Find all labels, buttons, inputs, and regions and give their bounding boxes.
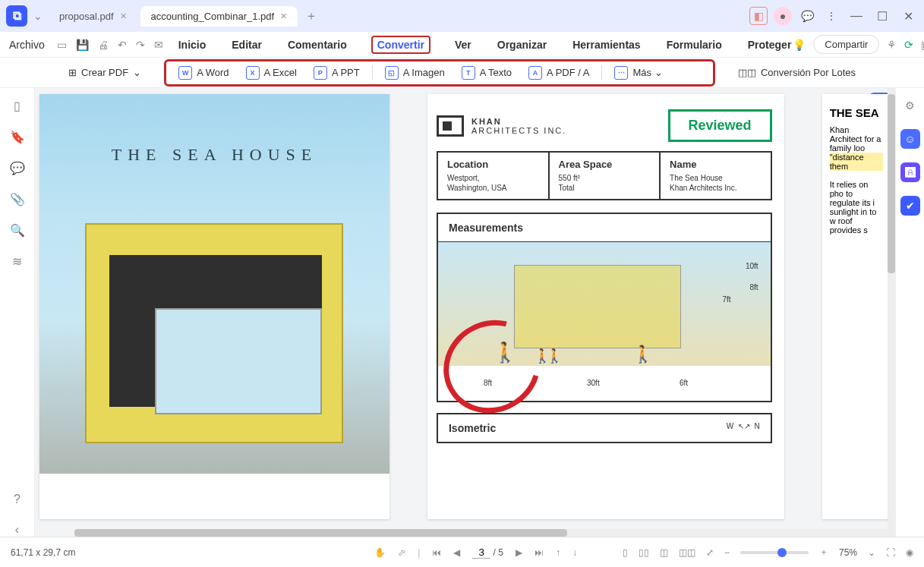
view-cont-icon[interactable]: ▯▯: [639, 547, 649, 558]
tabs-dropdown-icon[interactable]: ⌄: [33, 10, 43, 22]
page3-text1: Khan Architect for a family loo: [830, 125, 883, 153]
view-facing-icon[interactable]: ◫: [660, 547, 668, 558]
view-up-icon[interactable]: ↑: [556, 547, 560, 558]
page-input[interactable]: [472, 547, 490, 559]
fullscreen-icon[interactable]: ⛶: [886, 547, 895, 558]
tab-accounting[interactable]: accounting_Combinar_1.pdf ✕: [140, 6, 298, 27]
menu-comentario[interactable]: Comentario: [286, 36, 348, 54]
tab-proposal[interactable]: proposal.pdf ✕: [49, 6, 137, 27]
create-pdf-button[interactable]: ⊞ Crear PDF ⌄: [68, 67, 141, 78]
mail-icon[interactable]: ✉: [154, 39, 163, 51]
menu-organizar[interactable]: Organizar: [496, 36, 548, 54]
menu-inicio[interactable]: Inicio: [177, 36, 208, 54]
ai-assistant-icon[interactable]: ☺: [900, 129, 920, 149]
menu-ver[interactable]: Ver: [453, 36, 473, 54]
info-table: LocationWestport,Washington, USAArea Spa…: [437, 151, 772, 200]
read-mode-icon[interactable]: ◉: [906, 547, 913, 558]
notify-icon[interactable]: ◧: [749, 7, 768, 25]
close-window-button[interactable]: ✕: [898, 6, 918, 26]
menu-formulario[interactable]: Formulario: [665, 36, 724, 54]
menu-proteger[interactable]: Proteger: [746, 36, 793, 54]
menu-herramientas[interactable]: Herramientas: [571, 36, 642, 54]
print-icon[interactable]: 🖨: [98, 39, 109, 51]
zoom-slider[interactable]: [740, 551, 809, 554]
compass-w: W: [727, 422, 733, 430]
prev-page-icon[interactable]: ◀: [453, 547, 460, 558]
zoom-out-icon[interactable]: −: [724, 547, 730, 558]
page3-title: THE SEA: [830, 106, 883, 119]
batch-icon: ◫◫: [738, 67, 756, 78]
scrollbar-horizontal[interactable]: [74, 529, 895, 537]
view-single-icon[interactable]: ▯: [623, 547, 628, 558]
person-icon: 🚶: [493, 341, 517, 364]
save-icon[interactable]: 💾: [76, 39, 89, 51]
search-icon[interactable]: 🔍: [10, 223, 25, 238]
zoom-in-icon[interactable]: ＋: [819, 546, 828, 559]
check-icon[interactable]: ✔: [900, 196, 920, 216]
isometric-panel: Isometric W ↖↗ N: [437, 413, 772, 443]
collapse-icon[interactable]: ‹: [15, 523, 19, 537]
minimize-button[interactable]: ―: [847, 6, 866, 26]
convert-a-word[interactable]: WA Word: [171, 63, 236, 83]
zoom-dropdown-icon[interactable]: ⌄: [868, 547, 875, 558]
convert-icon: T: [462, 66, 475, 80]
select-tool-icon[interactable]: ⬀: [398, 547, 405, 558]
share-button[interactable]: Compartir: [813, 35, 879, 54]
convert-a-pdf-a[interactable]: AA PDF / A: [521, 63, 597, 83]
fit-icon[interactable]: ⤢: [706, 547, 714, 558]
undo-icon[interactable]: ↶: [118, 39, 127, 51]
brand-name: KHAN: [471, 117, 566, 126]
redo-icon[interactable]: ↷: [136, 39, 145, 51]
first-page-icon[interactable]: ⏮: [432, 547, 441, 558]
convert-a-ppt[interactable]: PA PPT: [306, 63, 367, 83]
page-thumb-icon[interactable]: ▯: [14, 99, 20, 113]
person-icon: 🚶: [632, 345, 653, 364]
dim-h1: 10ft: [746, 262, 758, 270]
statusbar: 61,71 x 29,7 cm ✋ ⬀ | ⏮ ◀ / 5 ▶ ⏭ ↑ ↓ ▯ …: [0, 537, 924, 567]
info-cell: LocationWestport,Washington, USA: [438, 153, 550, 199]
open-icon[interactable]: ▭: [57, 39, 67, 51]
convert-icon: ⋯: [614, 66, 628, 80]
right-rail: ⚙ ☺ 🅰 ✔: [895, 88, 924, 537]
attachment-icon[interactable]: 📎: [10, 192, 25, 206]
last-page-icon[interactable]: ⏭: [535, 547, 544, 558]
brand-sub: ARCHITECTS INC.: [471, 126, 566, 135]
feedback-icon[interactable]: 💬: [798, 7, 816, 25]
convert-a-texto[interactable]: TA Texto: [454, 63, 519, 83]
cloud-icon[interactable]: ⟳: [904, 39, 913, 51]
view-down-icon[interactable]: ↓: [572, 547, 577, 558]
next-page-icon[interactable]: ▶: [516, 547, 522, 558]
avatar-icon[interactable]: ●: [774, 7, 792, 25]
create-pdf-label: Crear PDF: [81, 67, 128, 78]
share-graph-icon[interactable]: ⚘: [887, 39, 897, 51]
settings-icon[interactable]: ⚙: [900, 96, 920, 115]
convert-a-imagen[interactable]: ◱A Imagen: [377, 63, 453, 83]
tab-label: proposal.pdf: [59, 11, 114, 22]
bookmark-icon[interactable]: 🔖: [10, 130, 25, 144]
menu-file[interactable]: Archivo: [9, 39, 45, 51]
view-facingcont-icon[interactable]: ◫◫: [679, 547, 695, 558]
convert-a-excel[interactable]: XA Excel: [238, 63, 304, 83]
close-icon[interactable]: ✕: [120, 11, 127, 21]
bulb-icon[interactable]: 💡: [793, 39, 806, 51]
maximize-button[interactable]: ☐: [872, 6, 892, 26]
menu-convertir[interactable]: Convertir: [371, 36, 430, 54]
media-icon[interactable]: ▣: [921, 39, 924, 51]
pdf-page-3: THE SEA Khan Architect for a family loo …: [822, 94, 891, 519]
hand-tool-icon[interactable]: ✋: [374, 547, 386, 558]
menu-editar[interactable]: Editar: [230, 36, 263, 54]
help-icon[interactable]: ?: [14, 493, 20, 506]
dim-left: 8ft: [484, 379, 492, 387]
more-icon[interactable]: ⋮: [822, 7, 840, 25]
scrollbar-vertical[interactable]: [888, 88, 895, 537]
close-icon[interactable]: ✕: [280, 11, 287, 21]
translate-icon[interactable]: 🅰: [900, 162, 920, 182]
document-viewport[interactable]: W THE SEA HOUSE KHAN A: [35, 88, 895, 537]
add-icon: ⊞: [68, 67, 77, 78]
comment-icon[interactable]: 💬: [10, 161, 25, 175]
pdf-page-2: KHAN ARCHITECTS INC. Reviewed LocationWe…: [427, 94, 784, 519]
add-tab-button[interactable]: ＋: [299, 5, 323, 27]
batch-convert-button[interactable]: ◫◫ Conversión Por Lotes: [738, 67, 856, 78]
convert-m-s[interactable]: ⋯Más ⌄: [607, 63, 670, 83]
layers-icon[interactable]: ≋: [12, 254, 22, 269]
